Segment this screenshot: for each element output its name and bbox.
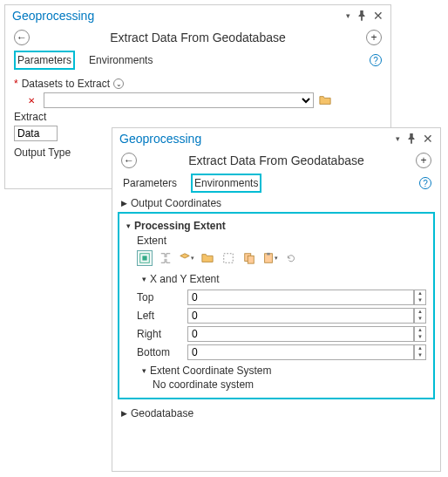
section-label: Geodatabase (131, 407, 193, 419)
tab-parameters[interactable]: Parameters (121, 175, 179, 191)
tabs: Parameters Environments ? (5, 49, 390, 72)
datasets-input-row: ✕ (23, 92, 382, 108)
add-icon[interactable]: + (366, 30, 382, 45)
extent-default-icon[interactable] (137, 250, 153, 266)
section-label: Output Coordinates (131, 197, 221, 209)
spin-down-icon[interactable]: ▼ (415, 352, 425, 359)
coord-row-left: Left ▲▼ (137, 308, 426, 324)
coord-label-left: Left (137, 310, 182, 322)
extract-input[interactable] (14, 126, 58, 141)
dropdown-icon[interactable]: ▾ (396, 134, 400, 143)
extract-label: Extract (14, 111, 382, 123)
tab-environments[interactable]: Environments (87, 52, 154, 68)
extent-reset-icon[interactable] (283, 250, 299, 266)
coord-row-right: Right ▲▼ (137, 326, 426, 342)
spin-up-icon[interactable]: ▲ (415, 290, 425, 297)
tab-environments[interactable]: Environments (191, 174, 261, 193)
coord-row-top: Top ▲▼ (137, 290, 426, 305)
extent-label: Extent (137, 235, 426, 247)
panel-title: Geoprocessing (12, 9, 346, 23)
svg-rect-2 (224, 254, 234, 263)
coord-input-right[interactable] (187, 326, 414, 342)
chevron-right-icon: ▶ (121, 199, 127, 208)
xy-extent-header[interactable]: ▾ X and Y Extent (142, 271, 426, 287)
spinner-left: ▲▼ (187, 308, 426, 324)
section-geodatabase[interactable]: ▶ Geodatabase (112, 405, 440, 422)
tab-parameters[interactable]: Parameters (14, 51, 75, 70)
nav-row: ← Extract Data From Geodatabase + (112, 149, 440, 172)
datasets-dropdown[interactable] (44, 92, 314, 108)
tool-heading: Extract Data From Geodatabase (30, 31, 366, 44)
coord-input-top[interactable] (187, 290, 414, 305)
help-icon[interactable]: ? (370, 54, 382, 66)
coord-label-right: Right (137, 328, 182, 340)
pin-icon[interactable] (356, 10, 368, 22)
help-icon[interactable]: ? (419, 177, 431, 189)
close-icon[interactable]: ✕ (373, 9, 384, 23)
coord-input-bottom[interactable] (187, 344, 414, 360)
titlebar: Geoprocessing ▾ ✕ (5, 5, 390, 26)
xy-extent-label: X and Y Extent (150, 273, 220, 285)
spin-down-icon[interactable]: ▼ (415, 316, 425, 323)
back-icon[interactable]: ← (121, 153, 137, 168)
geoprocessing-panel-front: Geoprocessing ▾ ✕ ← Extract Data From Ge… (112, 127, 441, 472)
chevron-down-icon: ▾ (126, 221, 131, 230)
chevron-down-icon: ▾ (142, 366, 146, 375)
close-icon[interactable]: ✕ (423, 132, 433, 146)
spin-down-icon[interactable]: ▼ (415, 334, 425, 341)
extent-toolbar: ▾ ▾ (137, 250, 426, 266)
titlebar: Geoprocessing ▾ ✕ (112, 128, 440, 149)
svg-rect-4 (248, 256, 254, 263)
tool-heading: Extract Data From Geodatabase (137, 153, 416, 167)
extent-union-icon[interactable] (158, 250, 173, 266)
panel-title: Geoprocessing (119, 132, 396, 146)
back-icon[interactable]: ← (14, 30, 30, 45)
remove-row-icon[interactable]: ✕ (23, 96, 40, 106)
svg-rect-6 (267, 253, 270, 256)
section-processing-extent[interactable]: ▾ Processing Extent (126, 217, 426, 235)
spin-up-icon[interactable]: ▲ (415, 327, 425, 334)
nav-row: ← Extract Data From Geodatabase + (5, 26, 390, 49)
coord-input-left[interactable] (187, 308, 414, 324)
extent-copy-icon[interactable] (241, 250, 257, 266)
spin-up-icon[interactable]: ▲ (415, 345, 425, 352)
ecs-value: No coordinate system (153, 378, 426, 391)
spin-up-icon[interactable]: ▲ (415, 309, 425, 316)
chevron-down-icon[interactable]: ⌄ (113, 78, 124, 89)
extent-paste-icon[interactable]: ▾ (262, 250, 278, 266)
browse-folder-icon[interactable] (317, 92, 333, 108)
section-label: Processing Extent (134, 220, 226, 232)
dropdown-icon[interactable]: ▾ (346, 11, 350, 20)
spin-down-icon[interactable]: ▼ (415, 297, 425, 304)
svg-rect-1 (142, 256, 146, 260)
extent-browse-icon[interactable] (200, 250, 215, 266)
spinner-bottom: ▲▼ (187, 344, 426, 360)
pin-icon[interactable] (405, 133, 417, 145)
coord-row-bottom: Bottom ▲▼ (137, 344, 426, 360)
extent-draw-icon[interactable] (221, 250, 236, 266)
add-icon[interactable]: + (416, 153, 431, 168)
extent-layer-icon[interactable]: ▾ (179, 250, 194, 266)
chevron-right-icon: ▶ (121, 409, 127, 418)
required-icon: * (14, 78, 18, 90)
coord-label-top: Top (137, 291, 182, 303)
ecs-label: Extent Coordinate System (150, 365, 271, 377)
spinner-right: ▲▼ (187, 326, 426, 342)
datasets-label-row: * Datasets to Extract ⌄ (14, 78, 382, 90)
ecs-header[interactable]: ▾ Extent Coordinate System (142, 363, 426, 378)
processing-extent-box: ▾ Processing Extent Extent ▾ ▾ ▾ X and Y… (118, 212, 435, 399)
coord-label-bottom: Bottom (137, 346, 182, 358)
section-output-coordinates[interactable]: ▶ Output Coordinates (112, 194, 440, 212)
tabs: Parameters Environments ? (112, 172, 440, 194)
spinner-top: ▲▼ (187, 290, 426, 305)
datasets-label: Datasets to Extract (22, 78, 110, 90)
chevron-down-icon: ▾ (142, 275, 146, 283)
